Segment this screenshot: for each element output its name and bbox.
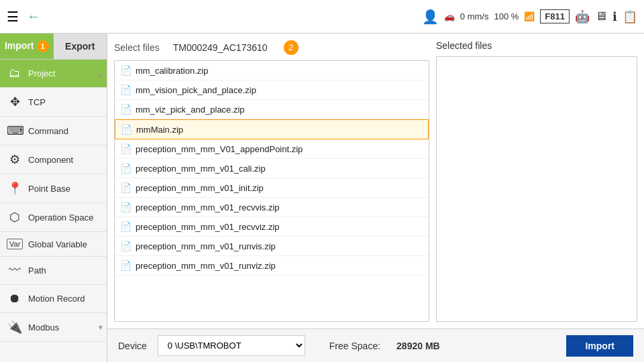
file-name: mm_vision_pick_and_place.zip (136, 85, 256, 95)
free-space-value: 28920 MB (396, 341, 440, 351)
robot-icon: 👤 (422, 9, 439, 25)
sidebar-item-label-project: Project (28, 68, 55, 78)
modbus-icon: 🔌 (7, 320, 23, 335)
sidebar-items: 🗂 Project ▲ ✥ TCP ⌨ Command ⚙ Component … (0, 60, 107, 362)
sidebar-item-label-global-variable: Global Variable (28, 239, 87, 249)
list-item[interactable]: 📄 preception_mm_mm_v01_init.zip (115, 178, 429, 198)
file-icon: 📄 (120, 182, 131, 193)
file-list-box[interactable]: 📄 mm_calibration.zip 📄 mm_vision_pick_an… (114, 60, 429, 322)
import-tab[interactable]: Import (0, 34, 54, 59)
device-select[interactable]: 0 \USB\TMROBOT (158, 335, 305, 356)
sidebar-item-label-path: Path (28, 265, 46, 276)
sidebar-item-label-point-base: Point Base (28, 184, 70, 194)
sidebar-item-label-operation-space: Operation Space (28, 213, 94, 223)
free-space-label: Free Space: (329, 341, 380, 351)
file-list-section: Select files TM000249_AC173610 2 📄 mm_ca… (114, 40, 429, 322)
sidebar-item-component[interactable]: ⚙ Component (0, 145, 107, 174)
select-files-label: Select files (114, 42, 160, 53)
sidebar-item-path[interactable]: 〰 Path (0, 257, 107, 285)
sidebar-top-buttons: Import Export (0, 34, 107, 60)
list-item[interactable]: 📄 preception_mm_mm_v01_runvis.zip (115, 237, 429, 256)
file-icon: 📄 (120, 241, 131, 251)
robot-status-btn[interactable]: 🤖 (575, 9, 590, 24)
list-item[interactable]: 📄 preception_mm_mm_V01_appendPoint.zip (115, 139, 429, 159)
file-name: preception_mm_mm_v01_cali.zip (136, 164, 266, 174)
file-icon: 📄 (120, 84, 131, 95)
sidebar-item-point-base[interactable]: 📍 Point Base (0, 174, 107, 203)
sidebar-item-motion-record[interactable]: ⏺ Motion Record (0, 285, 107, 313)
hamburger-icon[interactable]: ☰ (7, 9, 19, 25)
file-list-header: Select files TM000249_AC173610 2 (114, 40, 429, 55)
list-item[interactable]: 📄 mm_calibration.zip (115, 61, 429, 80)
speed-indicator: 🚗 (444, 11, 455, 21)
list-item[interactable]: 📄 mm_vision_pick_and_place.zip (115, 80, 429, 100)
list-item[interactable]: 📄 preception_mm_mm_v01_cali.zip (115, 159, 429, 178)
sidebar-item-label-modbus: Modbus (28, 322, 59, 333)
file-name: preception_mm_mm_v01_recvviz.zip (136, 222, 280, 232)
file-id: TM000249_AC173610 (173, 42, 268, 53)
percent-value: 100 % (494, 11, 519, 21)
sidebar-item-operation-space[interactable]: ⬡ Operation Space (0, 203, 107, 232)
bottom-bar: Device 0 \USB\TMROBOT Free Space: 28920 … (107, 328, 644, 362)
list-item[interactable]: 📄 preception_mm_mm_v01_recvvis.zip (115, 198, 429, 217)
project-icon: 🗂 (7, 66, 23, 80)
point-base-icon: 📍 (7, 181, 23, 196)
file-icon: 📄 (120, 260, 131, 271)
file-icon: 📄 (120, 104, 131, 115)
component-icon: ⚙ (7, 152, 23, 167)
tcp-icon: ✥ (7, 95, 23, 109)
file-icon: 📄 (120, 143, 131, 154)
file-name: mmMain.zip (136, 125, 183, 135)
sidebar-item-label-command: Command (28, 126, 68, 136)
file-name: mm_viz_pick_and_place.zip (136, 105, 245, 115)
file-icon: 📄 (120, 202, 131, 213)
sidebar-item-project[interactable]: 🗂 Project ▲ (0, 60, 107, 88)
motion-record-icon: ⏺ (7, 292, 23, 306)
selected-files-header: Selected files (436, 40, 637, 51)
top-bar: ☰ ← 👤 🚗 0 mm/s 100 % 📶 F811 🤖 🖥 ℹ 📋 (0, 0, 644, 34)
selected-files-section: Selected files (436, 40, 637, 322)
sidebar-item-label-motion-record: Motion Record (28, 294, 85, 304)
f811-badge: F811 (540, 9, 570, 23)
list-item-selected[interactable]: 📄 mmMain.zip (115, 119, 429, 139)
back-icon[interactable]: ← (27, 9, 40, 24)
list-item[interactable]: 📄 preception_mm_mm_v01_recvviz.zip (115, 217, 429, 237)
export-tab[interactable]: Export (54, 34, 107, 59)
sidebar-item-tcp[interactable]: ✥ TCP (0, 88, 107, 117)
file-name: preception_mm_mm_v01_runviz.zip (136, 261, 276, 271)
file-icon: 📄 (121, 124, 132, 135)
selected-files-box (436, 56, 637, 322)
global-variable-icon: Var (7, 239, 23, 249)
sidebar-item-modbus[interactable]: 🔌 Modbus ▼ (0, 313, 107, 342)
file-name: mm_calibration.zip (136, 66, 208, 76)
screen-btn[interactable]: 🖥 (595, 9, 607, 23)
content-area: Select files TM000249_AC173610 2 📄 mm_ca… (107, 34, 644, 362)
file-name: preception_mm_mm_v01_recvvis.zip (136, 202, 280, 213)
list-item[interactable]: 📄 mm_viz_pick_and_place.zip (115, 100, 429, 119)
sidebar-item-global-variable[interactable]: Var Global Variable (0, 232, 107, 257)
sidebar-item-label-tcp: TCP (28, 97, 46, 107)
speed-value: 0 mm/s (460, 11, 489, 21)
menu-btn[interactable]: 📋 (623, 9, 637, 24)
sidebar-item-label-component: Component (28, 155, 73, 165)
list-item[interactable]: 📄 preception_mm_mm_v01_runviz.zip (115, 256, 429, 276)
file-icon: 📄 (120, 221, 131, 232)
main-layout: Import Export 🗂 Project ▲ ✥ TCP ⌨ Comman… (0, 34, 644, 362)
command-icon: ⌨ (7, 123, 23, 138)
path-icon: 〰 (7, 263, 23, 278)
scroll-up-indicator: ▲ (97, 70, 104, 77)
file-name: preception_mm_mm_v01_runvis.zip (136, 241, 276, 251)
top-status: 👤 🚗 0 mm/s 100 % 📶 F811 🤖 🖥 ℹ 📋 (422, 9, 637, 25)
import-button[interactable]: Import (566, 335, 633, 357)
file-name: preception_mm_mm_V01_appendPoint.zip (136, 144, 303, 154)
badge-2: 2 (284, 40, 299, 55)
file-name: preception_mm_mm_v01_init.zip (136, 183, 264, 193)
sidebar-item-command[interactable]: ⌨ Command (0, 117, 107, 145)
sidebar: Import Export 🗂 Project ▲ ✥ TCP ⌨ Comman… (0, 34, 107, 362)
info-btn[interactable]: ℹ (612, 9, 617, 24)
file-panel: Select files TM000249_AC173610 2 📄 mm_ca… (107, 34, 644, 328)
device-label: Device (118, 341, 147, 351)
file-icon: 📄 (120, 65, 131, 76)
operation-space-icon: ⬡ (7, 210, 23, 225)
signal-icon: 📶 (524, 11, 535, 21)
